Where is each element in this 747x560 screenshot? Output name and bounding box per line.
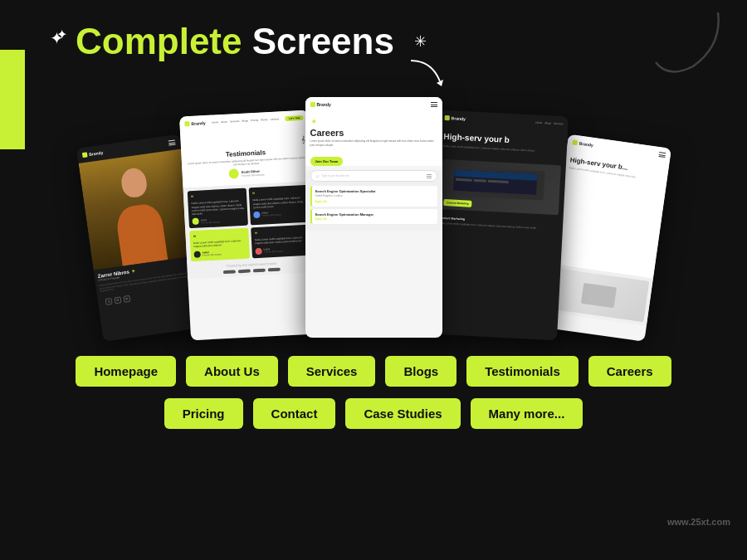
btn-testimonials[interactable]: Testimonials (466, 356, 579, 387)
hamburger-1 (168, 139, 175, 145)
nav-items-4: Home About Services (535, 121, 564, 126)
btn-blogs[interactable]: Blogs (385, 356, 456, 387)
job-card-1: Search Engine Optimization Specialist Un… (310, 186, 437, 207)
search-icon: ⌕ (316, 173, 320, 178)
screen-highserv: Brandy Home About Services High-serv you… (428, 110, 569, 341)
brand-logo-4: Brandy (444, 115, 466, 121)
testimonial-1: ❝ Nulla Lorem mollit cupidatat irure. La… (187, 188, 247, 228)
screen-nav-3: Brandy (305, 97, 442, 112)
job-card-2: Search Engine Optimization Manager Apply… (310, 209, 437, 224)
content-marketing-badge: Content Marketing (443, 198, 472, 207)
brand-logo-2: Brandy (184, 120, 206, 126)
buttons-section: Homepage About Us Services Blogs Testimo… (0, 338, 747, 449)
star-icon-header: ✳ (414, 32, 427, 51)
nav-items-2: Home About Services Blogs Pricing Works … (212, 117, 279, 124)
search-placeholder: Type in your favorite role (322, 174, 349, 178)
buttons-row-1: Homepage About Us Services Blogs Testimo… (33, 356, 714, 387)
job-apply-1: Apply Job → (315, 200, 434, 203)
search-bar: ⌕ Type in your favorite role (310, 170, 437, 182)
hamburger-5 (658, 152, 666, 158)
testimonials-grid: ❝ Nulla Lorem mollit cupidatat irure. La… (187, 185, 310, 261)
page-title: Complete Screens (76, 23, 394, 60)
job-title-1: Search Engine Optimization Specialist (315, 189, 434, 193)
screens-container: Brandy Zarror Nibros + CTO & Co-Founder … (0, 80, 747, 338)
brand-logo-5: Brandy (572, 139, 593, 147)
sparkle-icon-topleft: ✦ (56, 27, 67, 42)
person-photo (78, 149, 196, 270)
screen-careers: Brandy ✦ Careers Lorem ipsum dolor sit a… (305, 97, 442, 338)
btn-aboutus[interactable]: About Us (186, 356, 278, 387)
google-icon: G (114, 296, 121, 304)
nav-cta-2: Let's Talk (285, 115, 303, 121)
btn-services[interactable]: Services (288, 356, 376, 387)
laptop-section: Content Marketing (434, 156, 565, 220)
careers-title: Careers (310, 128, 437, 138)
laptop-image: Content Marketing (439, 158, 560, 214)
brand-logo-3: Brandy (310, 102, 331, 107)
minimal-hero: High-serv your b... Nulla Lorem mollit c… (550, 149, 669, 278)
btn-careers[interactable]: Careers (588, 356, 671, 387)
screen-testimonials: Brandy Home About Services Blogs Pricing… (179, 110, 320, 341)
page-header: ✦ Complete Screens ✳ (0, 0, 747, 76)
testimonial-3: ❝ Nulla Lorem mollit cupidatat irure. La… (189, 228, 250, 261)
testimonial-4: ❝ Nulla Lorem mollit cupidatat irure. La… (251, 225, 311, 258)
btn-pricing[interactable]: Pricing (164, 398, 243, 429)
hamburger-3 (431, 102, 437, 107)
brand-logo-1: Brandy (81, 150, 103, 158)
careers-desc: Lorem ipsum dolor sit amet consectetur a… (310, 139, 437, 147)
job-apply-2: Apply Job → (315, 217, 434, 221)
btn-homepage[interactable]: Homepage (76, 356, 176, 387)
twitter-icon: 𝕏 (105, 297, 112, 304)
btn-manymore[interactable]: Many more... (471, 398, 583, 429)
btn-contact[interactable]: Contact (253, 398, 336, 429)
watermark: www.25xt.com (667, 517, 730, 527)
job-title-2: Search Engine Optimization Manager (315, 212, 434, 217)
job-location-1: United Kingdom: London (315, 194, 434, 197)
buttons-row-2: Pricing Contact Case Studies Many more..… (33, 398, 714, 429)
join-btn: Join Our Team (310, 157, 344, 166)
linkedin-icon: in (123, 295, 130, 302)
testimonial-2: ❝ Nulla Lorem mollit cupidatat irure. La… (248, 185, 309, 225)
btn-casestudies[interactable]: Case Studies (345, 398, 460, 429)
